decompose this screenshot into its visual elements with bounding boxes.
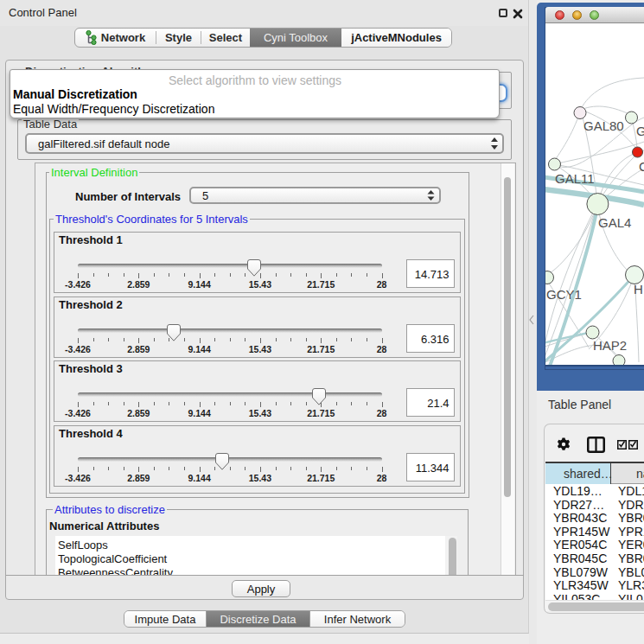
svg-text:G: G <box>636 124 644 138</box>
svg-text:GAL80: GAL80 <box>583 118 624 133</box>
svg-text:HAP2: HAP2 <box>593 338 627 353</box>
svg-text:H: H <box>634 282 643 296</box>
svg-text:GCY1: GCY1 <box>546 287 582 302</box>
svg-text:GAL11: GAL11 <box>555 171 595 186</box>
svg-text:GAL4: GAL4 <box>598 215 631 230</box>
svg-text:C: C <box>639 159 644 174</box>
